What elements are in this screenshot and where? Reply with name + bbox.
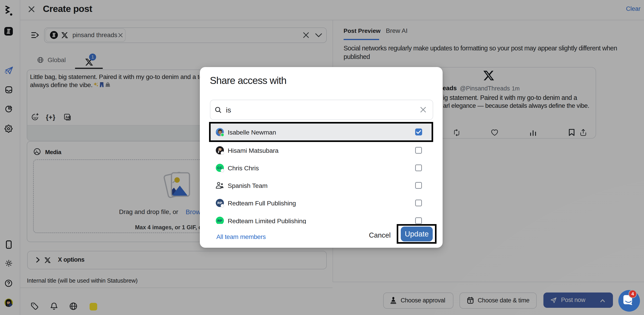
svg-text:4: 4	[632, 291, 634, 296]
